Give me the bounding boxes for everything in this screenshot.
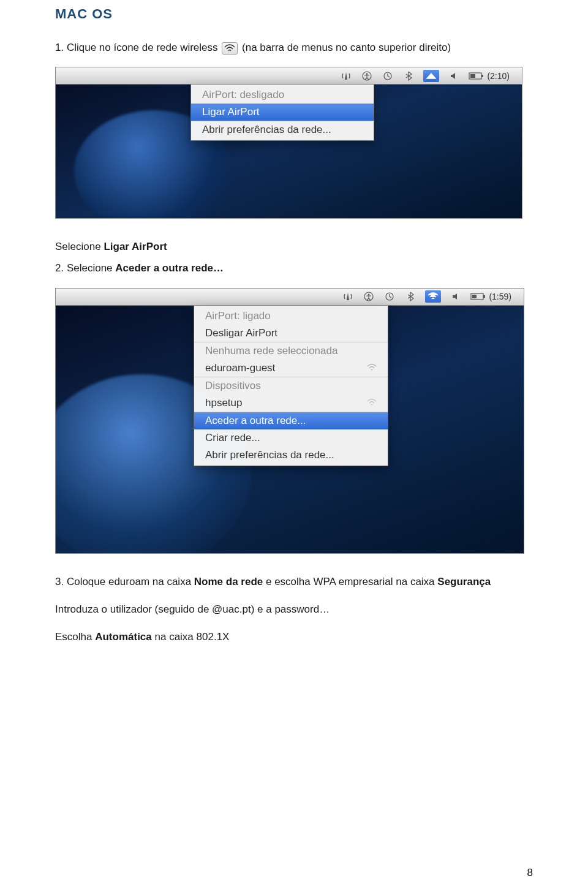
accessibility-icon	[363, 290, 375, 303]
drop1-ligar[interactable]: Ligar AirPort	[191, 104, 374, 121]
airport-dropdown-2: AirPort: ligado Desligar AirPort Nenhuma…	[194, 306, 388, 466]
volume-icon	[450, 290, 462, 303]
screenshot-1: (2:10) AirPort: desligado Ligar AirPort …	[55, 67, 522, 219]
timemachine-icon	[382, 70, 394, 82]
menubar-2: (1:59)	[56, 289, 524, 306]
volume-icon	[448, 70, 460, 82]
antenna-icon	[342, 290, 354, 303]
antenna-icon	[340, 70, 352, 82]
svg-rect-5	[470, 74, 475, 78]
page-number: 8	[527, 867, 533, 879]
drop1-status: AirPort: desligado	[191, 86, 374, 104]
wifi-signal-icon	[367, 397, 377, 409]
drop2-desligar[interactable]: Desligar AirPort	[194, 325, 388, 342]
svg-rect-10	[483, 295, 485, 298]
t: Nome da rede	[194, 576, 263, 587]
drop2-net1[interactable]: eduroam-guest	[194, 360, 388, 377]
step3-line2: Introduza o utilizador (seguido de @uac.…	[55, 601, 533, 617]
drop2-status: AirPort: ligado	[194, 308, 388, 325]
drop1-prefs[interactable]: Abrir preferências da rede...	[191, 121, 374, 138]
svg-rect-11	[472, 295, 477, 298]
t: Segurança	[437, 576, 491, 587]
mid1-pre: Selecione	[55, 241, 104, 252]
menubar-1: (2:10)	[56, 67, 522, 85]
t: 3. Coloque eduroam na caixa	[55, 576, 194, 587]
t: e escolha WPA empresarial na caixa	[263, 576, 437, 587]
wifi-menubar-icon[interactable]	[425, 290, 441, 303]
t: Automática	[95, 631, 152, 643]
step2-pre: 2. Selecione	[55, 262, 115, 274]
drop2-devhead: Dispositivos	[194, 377, 388, 395]
t: na caixa 802.1X	[152, 631, 230, 643]
mid1: Selecione Ligar AirPort	[55, 238, 533, 255]
wifi-signal-icon	[367, 362, 377, 374]
timemachine-icon	[383, 290, 396, 303]
step2: 2. Selecione Aceder a outra rede…	[55, 260, 533, 276]
battery-indicator: (1:59)	[470, 292, 511, 301]
drop2-prefs[interactable]: Abrir preferências da rede...	[194, 447, 388, 464]
battery-indicator: (2:10)	[469, 71, 510, 81]
t: Escolha	[55, 631, 95, 643]
drop2-criar[interactable]: Criar rede...	[194, 429, 388, 447]
accessibility-icon	[361, 70, 373, 82]
step3-line1: 3. Coloque eduroam na caixa Nome da rede…	[55, 573, 533, 590]
step2-bold: Aceder a outra rede…	[115, 262, 224, 274]
drop2-dev1[interactable]: hpsetup	[194, 395, 388, 412]
wifi-menubar-icon[interactable]	[423, 70, 439, 82]
step3-line3: Escolha Automática na caixa 802.1X	[55, 629, 533, 645]
drop2-dev1-label: hpsetup	[205, 397, 243, 409]
svg-point-1	[366, 73, 368, 75]
step1-pre: 1. Clique no ícone de rede wireless	[55, 42, 218, 53]
svg-point-7	[368, 294, 370, 296]
drop2-nosel: Nenhuma rede seleccionada	[194, 342, 388, 360]
page-heading: MAC OS	[55, 6, 533, 22]
screenshot-2: (1:59) AirPort: ligado Desligar AirPort …	[55, 288, 524, 554]
svg-rect-4	[481, 75, 483, 77]
step1-text: 1. Clique no ícone de rede wireless (na …	[55, 39, 533, 56]
menubar2-time: (1:59)	[489, 292, 511, 301]
mid1-bold: Ligar AirPort	[104, 241, 167, 252]
wifi-inline-icon	[222, 42, 238, 55]
airport-dropdown-1: AirPort: desligado Ligar AirPort Abrir p…	[190, 85, 374, 141]
menubar1-time: (2:10)	[487, 71, 510, 81]
drop2-aceder[interactable]: Aceder a outra rede...	[194, 412, 388, 429]
step1-post: (na barra de menus no canto superior dir…	[242, 42, 451, 53]
drop2-net1-label: eduroam-guest	[205, 362, 275, 374]
bluetooth-icon	[402, 70, 415, 82]
bluetooth-icon	[404, 290, 417, 303]
